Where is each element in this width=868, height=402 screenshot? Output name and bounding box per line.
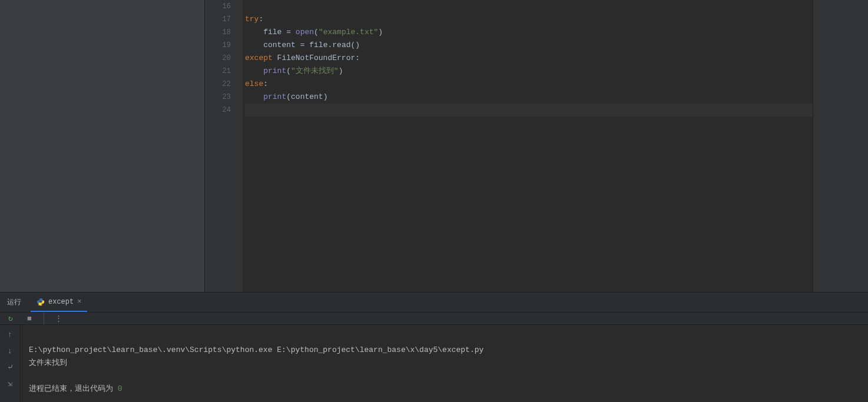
line-number: 22 xyxy=(205,78,243,91)
close-icon[interactable]: × xyxy=(77,298,81,306)
console-output-line: 文件未找到 xyxy=(29,358,67,367)
code-content[interactable]: try: file = open("example.txt") content … xyxy=(243,0,813,292)
console-output[interactable]: E:\python_project\learn_base\.venv\Scrip… xyxy=(21,325,868,402)
console-body: ↑ ↓ ⤶ ⇲ E:\python_project\learn_base\.ve… xyxy=(0,325,868,402)
run-toolbar: ↻ ■ ⋮ xyxy=(0,312,868,325)
code-line[interactable]: print(content) xyxy=(245,91,813,104)
run-tab-label: except xyxy=(48,298,74,306)
soft-wrap-icon[interactable]: ⤶ xyxy=(4,361,16,373)
rerun-icon[interactable]: ↻ xyxy=(6,314,15,323)
python-file-icon xyxy=(37,298,45,306)
line-number: 23💡 xyxy=(205,91,243,104)
console-command-line: E:\python_project\learn_base\.venv\Scrip… xyxy=(29,345,483,354)
line-number: 21 xyxy=(205,65,243,78)
run-panel-title: 运行 xyxy=(7,297,21,307)
code-line[interactable]: content = file.read() xyxy=(245,39,813,52)
console-side-toolbar: ↑ ↓ ⤶ ⇲ xyxy=(0,325,21,402)
stop-icon[interactable]: ■ xyxy=(25,314,34,323)
run-tab[interactable]: except × xyxy=(31,293,87,312)
code-line[interactable]: file = open("example.txt") xyxy=(245,26,813,39)
line-number: 18 xyxy=(205,26,243,39)
line-number: 19 xyxy=(205,39,243,52)
up-arrow-icon[interactable]: ↑ xyxy=(4,328,16,340)
line-number-gutter: 1617181920212223💡24 xyxy=(205,0,243,292)
down-arrow-icon[interactable]: ↓ xyxy=(4,345,16,357)
console-exit-line: 进程已结束，退出代码为 0 xyxy=(29,384,122,393)
line-number: 16 xyxy=(205,0,243,13)
more-icon[interactable]: ⋮ xyxy=(54,314,63,323)
code-line[interactable]: try: xyxy=(245,13,813,26)
run-panel: 运行 except × ↻ ■ ⋮ ↑ ↓ ⤶ ⇲ E:\python_proj… xyxy=(0,292,868,402)
project-sidebar[interactable] xyxy=(0,0,205,292)
code-line[interactable]: except FileNotFoundError: xyxy=(245,52,813,65)
code-line[interactable] xyxy=(245,104,813,117)
code-line[interactable]: else: xyxy=(245,78,813,91)
scroll-to-end-icon[interactable]: ⇲ xyxy=(4,378,16,390)
code-line[interactable] xyxy=(245,0,813,13)
run-panel-header: 运行 except × xyxy=(0,293,868,312)
toolbar-separator xyxy=(44,313,44,324)
code-line[interactable]: print("文件未找到") xyxy=(245,65,813,78)
editor-area: 1617181920212223💡24 try: file = open("ex… xyxy=(0,0,868,292)
line-number: 17 xyxy=(205,13,243,26)
code-editor[interactable]: 1617181920212223💡24 try: file = open("ex… xyxy=(205,0,868,292)
line-number: 20 xyxy=(205,52,243,65)
editor-right-margin xyxy=(813,0,868,292)
line-number: 24 xyxy=(205,104,243,117)
